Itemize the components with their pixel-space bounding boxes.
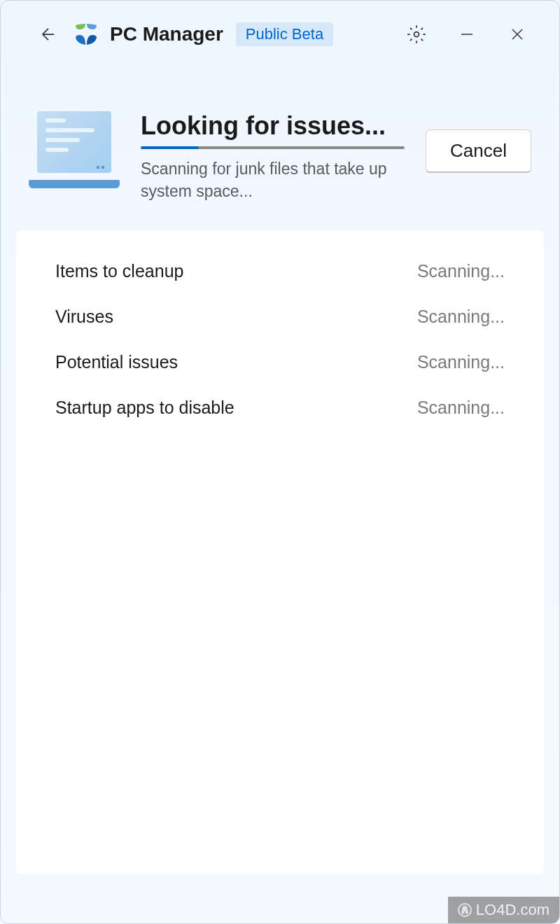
beta-badge: Public Beta: [236, 22, 333, 46]
minimize-button[interactable]: [453, 20, 481, 48]
scan-progress-bar: [141, 146, 405, 149]
back-button[interactable]: [34, 20, 62, 48]
app-title: PC Manager: [110, 23, 223, 46]
scan-info: Looking for issues... Scanning for junk …: [141, 111, 405, 202]
scan-item-label: Startup apps to disable: [55, 398, 234, 418]
scan-header: Looking for issues... Scanning for junk …: [1, 62, 559, 230]
scan-item-label: Items to cleanup: [55, 261, 183, 281]
scan-progress-fill: [141, 146, 199, 149]
close-button[interactable]: [503, 20, 531, 48]
minimize-icon: [458, 26, 475, 43]
scan-laptop-icon: [29, 111, 120, 188]
watermark-text: LO4D.com: [476, 901, 550, 919]
cancel-button[interactable]: Cancel: [426, 130, 531, 173]
close-icon: [509, 26, 526, 43]
scan-title: Looking for issues...: [141, 111, 405, 141]
settings-button[interactable]: [402, 20, 430, 48]
scan-subtitle: Scanning for junk files that take up sys…: [141, 158, 405, 202]
scan-item: Potential issues Scanning...: [55, 340, 505, 385]
scan-item-status: Scanning...: [417, 261, 505, 281]
titlebar: PC Manager Public Beta: [1, 1, 559, 62]
watermark-logo-icon: [458, 903, 472, 917]
svg-point-0: [414, 32, 419, 37]
gear-icon: [407, 24, 426, 44]
scan-item: Items to cleanup Scanning...: [55, 248, 505, 294]
scan-results-panel: Items to cleanup Scanning... Viruses Sca…: [16, 230, 544, 874]
watermark: LO4D.com: [448, 897, 559, 923]
scan-item: Viruses Scanning...: [55, 294, 505, 340]
scan-item-label: Potential issues: [55, 352, 178, 372]
scan-item-status: Scanning...: [417, 307, 505, 327]
scan-item-label: Viruses: [55, 307, 113, 327]
scan-item-status: Scanning...: [417, 352, 505, 372]
scan-item: Startup apps to disable Scanning...: [55, 385, 505, 430]
app-logo-icon: [74, 22, 99, 47]
back-arrow-icon: [38, 24, 58, 44]
scan-item-status: Scanning...: [417, 398, 505, 418]
window-controls: [402, 20, 531, 48]
